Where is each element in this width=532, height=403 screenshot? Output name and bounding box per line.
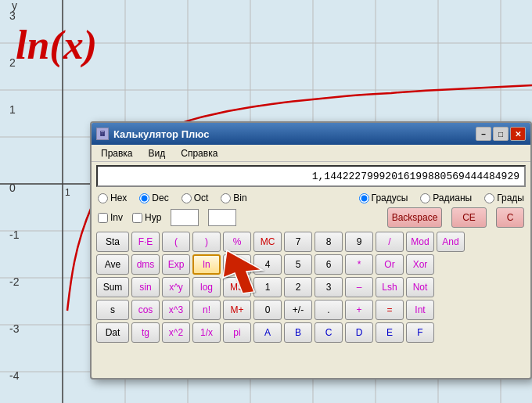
fe-button[interactable]: F·E [131, 232, 160, 252]
minus-button[interactable]: – [345, 277, 373, 297]
sin-button[interactable]: sin [131, 277, 160, 297]
backspace-button[interactable]: Backspace [387, 207, 442, 228]
plus-button[interactable]: + [345, 300, 373, 320]
menu-bar: Правка Вид Справка [92, 145, 530, 162]
4-button[interactable]: 4 [253, 254, 282, 275]
a-button[interactable]: A [253, 322, 282, 343]
9-button[interactable]: 9 [345, 232, 373, 252]
minimize-button[interactable]: – [476, 127, 491, 141]
svg-text:-3: -3 [9, 322, 20, 335]
div-button[interactable]: / [376, 232, 404, 252]
number-system-row: Hex Dec Oct Bin Градусы Радианы Грады [92, 190, 530, 206]
radio-bin[interactable]: Bin [221, 193, 246, 203]
svg-text:1: 1 [65, 187, 70, 198]
button-row-3: Sum sin x^y log MS 1 2 3 – Lsh Not [96, 277, 526, 297]
title-bar: 🖩 Калькулятор Плюс – □ ✕ [92, 123, 530, 145]
svg-text:y: y [12, 0, 17, 12]
mr-button[interactable]: MR [223, 254, 251, 275]
hyp-checkbox[interactable]: Hyp [132, 212, 161, 223]
e-button[interactable]: E [376, 322, 404, 343]
svg-text:-2: -2 [9, 275, 20, 288]
s-button[interactable]: s [96, 300, 129, 320]
button-row-1: Sta F·E ( ) % MC 7 8 9 / Mod And [96, 232, 526, 252]
xy-button[interactable]: x^y [162, 277, 190, 297]
int-button[interactable]: Int [406, 300, 434, 320]
button-row-4: s cos x^3 n! M+ 0 +/- . + = Int [96, 300, 526, 320]
mplus-button[interactable]: M+ [223, 300, 251, 320]
or-button[interactable]: Or [376, 254, 404, 275]
sta-button[interactable]: Sta [96, 232, 129, 252]
x3-button[interactable]: x^3 [162, 300, 190, 320]
cos-button[interactable]: cos [131, 300, 160, 320]
exp-button[interactable]: Exp [162, 254, 190, 275]
mc-button[interactable]: MC [253, 232, 282, 252]
factorial-button[interactable]: n! [192, 300, 221, 320]
radio-degrees[interactable]: Градусы [359, 193, 408, 203]
ln-button[interactable]: ln [192, 254, 221, 275]
1-button[interactable]: 1 [253, 277, 282, 297]
extra-display2 [208, 209, 236, 226]
menu-item-vid[interactable]: Вид [146, 146, 169, 160]
sign-button[interactable]: +/- [284, 300, 312, 320]
tg-button[interactable]: tg [131, 322, 160, 343]
window-title: Калькулятор Плюс [113, 128, 209, 140]
maximize-button[interactable]: □ [493, 127, 509, 141]
mul-button[interactable]: * [345, 254, 373, 275]
buttons-area: Sta F·E ( ) % MC 7 8 9 / Mod And Ave dms… [92, 229, 530, 345]
log-button[interactable]: log [192, 277, 221, 297]
radio-oct[interactable]: Oct [182, 193, 209, 203]
sum-button[interactable]: Sum [96, 277, 129, 297]
0-button[interactable]: 0 [253, 300, 282, 320]
svg-text:-1: -1 [9, 228, 20, 241]
and-button[interactable]: And [437, 232, 465, 252]
button-row-2: Ave dms Exp ln MR 4 5 6 * Or Xor [96, 254, 526, 275]
xor-button[interactable]: Xor [406, 254, 434, 275]
8-button[interactable]: 8 [315, 232, 343, 252]
3-button[interactable]: 3 [315, 277, 343, 297]
5-button[interactable]: 5 [284, 254, 312, 275]
window-icon: 🖩 [96, 128, 109, 140]
c-hex-button[interactable]: C [315, 322, 343, 343]
radio-dec[interactable]: Dec [139, 193, 168, 203]
svg-text:1: 1 [9, 103, 16, 116]
ms-button[interactable]: MS [223, 277, 251, 297]
display: 1,14422279992016199880569444484929 [96, 165, 526, 187]
display-value: 1,14422279992016199880569444484929 [312, 171, 519, 182]
dat-button[interactable]: Dat [96, 322, 129, 343]
7-button[interactable]: 7 [284, 232, 312, 252]
2-button[interactable]: 2 [284, 277, 312, 297]
menu-item-spravka[interactable]: Справка [178, 146, 221, 160]
extra-display [171, 209, 199, 226]
inv-checkbox[interactable]: Inv [98, 212, 123, 223]
mod-button[interactable]: Mod [406, 232, 434, 252]
x2-button[interactable]: x^2 [162, 322, 190, 343]
calculator-window: 🖩 Калькулятор Плюс – □ ✕ Правка Вид Спра… [90, 121, 532, 380]
radio-grady[interactable]: Грады [484, 193, 524, 203]
equals-button[interactable]: = [376, 300, 404, 320]
svg-text:-4: -4 [9, 369, 20, 382]
paren-open-button[interactable]: ( [162, 232, 190, 252]
title-buttons: – □ ✕ [476, 127, 526, 141]
percent-button[interactable]: % [223, 232, 251, 252]
paren-close-button[interactable]: ) [192, 232, 221, 252]
inv-button[interactable]: 1/x [192, 322, 221, 343]
b-button[interactable]: B [284, 322, 312, 343]
6-button[interactable]: 6 [315, 254, 343, 275]
ave-button[interactable]: Ave [96, 254, 129, 275]
menu-item-pravka[interactable]: Правка [98, 146, 136, 160]
svg-text:2: 2 [9, 56, 16, 69]
c-button[interactable]: C [496, 207, 524, 228]
dot-button[interactable]: . [315, 300, 343, 320]
svg-text:0: 0 [9, 182, 16, 194]
radio-radians[interactable]: Радианы [420, 193, 472, 203]
d-button[interactable]: D [345, 322, 373, 343]
close-button[interactable]: ✕ [510, 127, 526, 141]
pi-button[interactable]: pi [223, 322, 251, 343]
button-row-5: Dat tg x^2 1/x pi A B C D E F [96, 322, 526, 343]
not-button[interactable]: Not [406, 277, 434, 297]
lsh-button[interactable]: Lsh [376, 277, 404, 297]
ce-button[interactable]: CE [451, 207, 487, 228]
dms-button[interactable]: dms [131, 254, 160, 275]
radio-hex[interactable]: Hex [98, 193, 127, 203]
f-button[interactable]: F [406, 322, 434, 343]
